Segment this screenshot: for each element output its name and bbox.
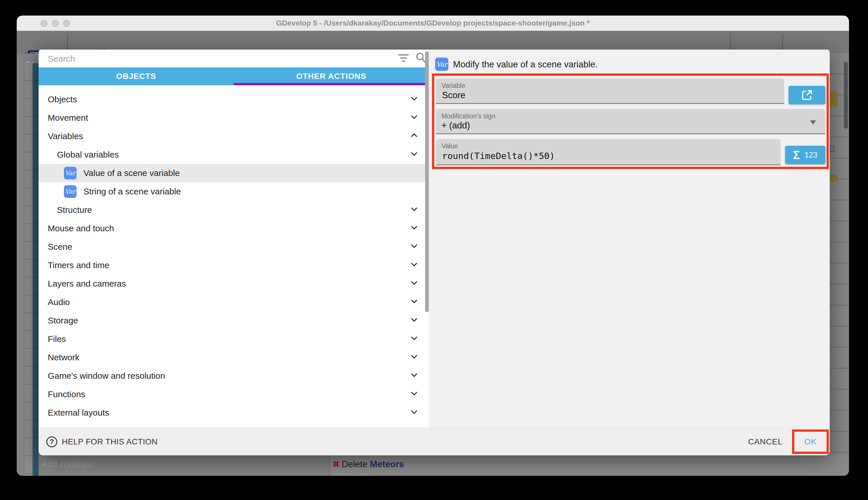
dialog-tabs: OBJECTSOTHER ACTIONS xyxy=(38,67,429,85)
toolbar-divider xyxy=(67,34,68,50)
gdevelop-window: GDevelop 5 - /Users/dkarakay/Documents/G… xyxy=(17,15,849,476)
screen: GDevelop 5 - /Users/dkarakay/Documents/G… xyxy=(0,0,868,500)
toolbar-divider xyxy=(730,34,731,50)
list-item-label: Variables xyxy=(48,131,410,141)
delete-object-name: Meteors xyxy=(370,459,404,469)
list-item-value-of-a-scene-variable[interactable]: VarValue of a scene variable xyxy=(38,164,429,182)
chevron-down-icon xyxy=(410,113,419,123)
tab-other-actions[interactable]: OTHER ACTIONS xyxy=(234,67,429,85)
selected-cell-outline xyxy=(830,146,834,152)
filter-icon[interactable] xyxy=(398,54,409,64)
list-item-label: Mouse and touch xyxy=(48,224,410,233)
event-sheet-scrollbar[interactable] xyxy=(844,61,848,129)
dialog-footer: ? HELP FOR THIS ACTION CANCEL OK xyxy=(38,428,830,455)
list-item-audio[interactable]: Audio xyxy=(38,293,429,311)
add-condition-link[interactable]: Add condition xyxy=(42,459,94,469)
modification-sign-value: + (add) xyxy=(442,121,819,131)
variable-icon: Var xyxy=(435,58,448,71)
tab-objects[interactable]: OBJECTS xyxy=(38,67,234,85)
list-item-string-of-a-scene-variable[interactable]: VarString of a scene variable xyxy=(38,182,429,201)
chevron-up-icon xyxy=(410,131,419,142)
tab-label: OTHER ACTIONS xyxy=(296,72,366,81)
action-list: ObjectsMovementVariablesGlobal variables… xyxy=(38,85,429,433)
chevron-down-icon xyxy=(410,94,419,105)
list-item-game-s-window-and-resolution[interactable]: Game's window and resolution xyxy=(38,367,429,385)
delete-action-row[interactable]: ✖Delete Meteors xyxy=(332,459,404,469)
help-icon: ? xyxy=(46,436,57,447)
chevron-down-icon xyxy=(410,334,419,344)
list-item-objects[interactable]: Objects xyxy=(38,90,429,109)
chevron-down-icon xyxy=(410,408,419,418)
annotation-box-fields: Variable Modification's sign + (add) xyxy=(432,73,829,169)
list-item-global-variables[interactable]: Global variables xyxy=(38,146,429,164)
chevron-down-icon xyxy=(410,352,419,363)
list-item-label: Movement xyxy=(48,113,410,123)
search-icon[interactable] xyxy=(415,52,426,65)
list-item-label: Global variables xyxy=(57,150,410,160)
list-item-mouse-and-touch[interactable]: Mouse and touch xyxy=(38,219,429,238)
search-input[interactable] xyxy=(47,52,388,66)
cancel-button[interactable]: CANCEL xyxy=(746,437,784,447)
titlebar: GDevelop 5 - /Users/dkarakay/Documents/G… xyxy=(17,15,849,31)
delete-verb: Delete xyxy=(342,459,367,469)
sigma-icon: Σ xyxy=(793,149,800,161)
expression-builder-button[interactable]: Σ 123 xyxy=(785,146,825,164)
list-item-structure[interactable]: Structure xyxy=(38,201,429,219)
chevron-down-icon xyxy=(410,260,419,271)
list-item-label: Scene xyxy=(48,242,410,252)
value-field-input[interactable] xyxy=(442,150,776,161)
action-title: Modify the value of a scene variable. xyxy=(453,59,598,70)
list-item-label: Audio xyxy=(48,297,410,307)
list-item-label: Network xyxy=(48,353,410,362)
variable-field-label: Variable xyxy=(442,82,465,90)
chevron-down-icon xyxy=(410,205,419,215)
chevron-down-icon xyxy=(410,371,419,381)
variable-icon: Var xyxy=(64,167,77,180)
list-item-timers-and-time[interactable]: Timers and time xyxy=(38,256,429,274)
list-item-label: Objects xyxy=(48,94,410,104)
event-sheet-conditions-column xyxy=(33,63,38,476)
variable-field-input[interactable] xyxy=(442,90,779,101)
chevron-down-icon xyxy=(410,315,419,326)
chevron-down-icon xyxy=(410,297,419,308)
list-item-files[interactable]: Files xyxy=(38,330,429,348)
chevron-down-icon xyxy=(410,149,419,160)
toolbar-divider xyxy=(782,34,783,50)
add-action-link[interactable]: Add action xyxy=(333,471,374,476)
list-item-functions[interactable]: Functions xyxy=(38,385,429,404)
open-variable-editor-button[interactable] xyxy=(788,86,825,104)
action-configuration-panel: Var Modify the value of a scene variable… xyxy=(429,49,830,428)
highlighted-event-cell xyxy=(830,174,838,182)
instruction-list-panel: OBJECTSOTHER ACTIONS ObjectsMovementVari… xyxy=(38,49,429,428)
value-field[interactable]: Value xyxy=(436,139,781,165)
chevron-down-icon xyxy=(410,242,419,252)
list-item-label: Structure xyxy=(57,205,410,215)
event-sheet-row-gutter xyxy=(25,63,33,476)
chevron-down-icon xyxy=(410,279,419,289)
open-in-new-icon xyxy=(801,89,813,101)
event-sheet-right-edge xyxy=(830,53,849,476)
list-scrollbar[interactable] xyxy=(425,51,429,312)
list-item-label: Functions xyxy=(48,389,410,399)
list-item-label: String of a scene variable xyxy=(83,186,429,196)
chevron-down-icon xyxy=(410,223,419,234)
list-item-storage[interactable]: Storage xyxy=(38,311,429,330)
search-bar xyxy=(38,49,429,67)
list-item-label: Layers and cameras xyxy=(48,279,410,288)
list-item-label: Value of a scene variable xyxy=(83,168,429,178)
list-item-network[interactable]: Network xyxy=(38,348,429,367)
chevron-down-icon xyxy=(810,121,816,124)
active-tab-indicator xyxy=(234,83,429,85)
action-editor-dialog: OBJECTSOTHER ACTIONS ObjectsMovementVari… xyxy=(38,49,830,455)
list-item-external-layouts[interactable]: External layouts xyxy=(38,404,429,422)
list-item-layers-and-cameras[interactable]: Layers and cameras xyxy=(38,274,429,293)
help-button[interactable]: ? HELP FOR THIS ACTION xyxy=(46,436,158,447)
list-item-variables[interactable]: Variables xyxy=(38,127,429,146)
list-item-scene[interactable]: Scene xyxy=(38,238,429,256)
delete-cross-icon: ✖ xyxy=(332,459,340,469)
modification-sign-select[interactable]: Modification's sign + (add) xyxy=(436,109,825,134)
list-item-movement[interactable]: Movement xyxy=(38,109,429,127)
list-item-label: Storage xyxy=(48,316,410,326)
ok-button[interactable]: OK xyxy=(803,437,818,447)
variable-field[interactable]: Variable xyxy=(436,78,784,104)
